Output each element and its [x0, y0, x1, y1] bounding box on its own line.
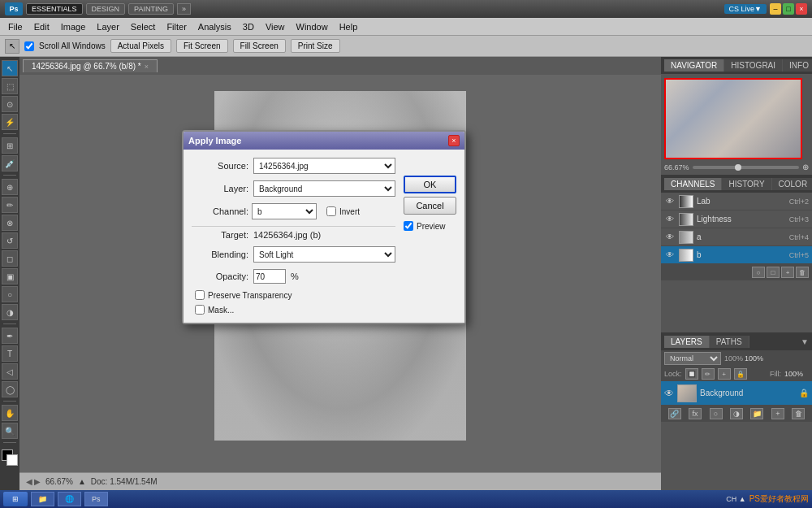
start-btn[interactable]: ⊞ [3, 492, 28, 506]
tab-close[interactable]: × [145, 63, 149, 71]
ch-tab-channels[interactable]: CHANNELS [664, 178, 722, 190]
fill-screen-btn[interactable]: Fill Screen [233, 39, 286, 53]
cs-live-btn[interactable]: CS Live▼ [724, 4, 767, 14]
cancel-btn[interactable]: Cancel [404, 197, 456, 215]
mask-checkbox[interactable] [195, 305, 205, 315]
menu-filter[interactable]: Filter [162, 20, 191, 33]
layer-select[interactable]: Background [253, 180, 395, 197]
scroll-all-checkbox[interactable] [24, 41, 34, 51]
minimize-btn[interactable]: – [770, 3, 781, 15]
ch-tab-history[interactable]: HISTORY [722, 178, 771, 190]
print-size-btn[interactable]: Print Size [291, 39, 340, 53]
tool-type[interactable]: T [2, 345, 18, 362]
preview-checkbox[interactable] [404, 221, 413, 231]
fg-bg-colors[interactable] [2, 449, 18, 466]
opacity-input[interactable]: 70 [253, 269, 286, 284]
layer-btn-link[interactable]: 🔗 [668, 408, 681, 419]
mode-btn-essentials[interactable]: ESSENTIALS [26, 3, 83, 15]
menu-3d[interactable]: 3D [238, 20, 259, 33]
layer-btn-adj[interactable]: ◑ [730, 408, 743, 419]
tool-crop[interactable]: ⊞ [2, 137, 18, 154]
tool-eraser[interactable]: ◻ [2, 250, 18, 267]
tool-history[interactable]: ↺ [2, 232, 18, 249]
tool-pen[interactable]: ✒ [2, 328, 18, 344]
lock-btn-2[interactable]: ✏ [702, 368, 715, 380]
layer-background[interactable]: 👁 Background 🔒 [661, 381, 812, 406]
ch-btn-3[interactable]: + [781, 267, 794, 278]
preserve-checkbox[interactable] [195, 290, 205, 300]
bg-color[interactable] [6, 454, 18, 466]
taskbar-ie[interactable]: 🌐 [58, 492, 81, 506]
channel-lightness[interactable]: 👁 Lightness Ctrl+3 [661, 211, 812, 228]
ch-btn-1[interactable]: ○ [752, 267, 765, 278]
channel-b-visibility[interactable]: 👁 [664, 250, 676, 259]
apply-image-dialog[interactable]: Apply Image × Source: 14256364.jpg Layer… [182, 130, 466, 324]
nav-slider[interactable] [693, 166, 799, 169]
mode-btn-design[interactable]: DESIGN [86, 3, 126, 15]
tool-brush[interactable]: ✏ [2, 197, 18, 213]
layer-btn-mask[interactable]: ○ [710, 408, 723, 419]
lock-btn-4[interactable]: 🔒 [734, 368, 747, 380]
invert-checkbox[interactable] [326, 206, 336, 216]
channel-a[interactable]: 👁 a Ctrl+4 [661, 228, 812, 246]
menu-layer[interactable]: Layer [92, 20, 124, 33]
tab-info[interactable]: INFO [783, 59, 812, 72]
lock-btn-1[interactable]: 🔲 [685, 368, 698, 380]
menu-edit[interactable]: Edit [29, 20, 54, 33]
menu-window[interactable]: Window [292, 20, 333, 33]
layer-btn-folder[interactable]: 📁 [750, 408, 763, 419]
maximize-btn[interactable]: □ [783, 3, 794, 15]
channel-b[interactable]: 👁 b Ctrl+5 [661, 246, 812, 264]
mode-btn-painting[interactable]: PAINTING [128, 3, 174, 15]
ok-btn[interactable]: OK [404, 176, 456, 193]
more-modes-btn[interactable]: » [177, 3, 191, 15]
source-select[interactable]: 14256364.jpg [253, 158, 395, 174]
layer-btn-delete[interactable]: 🗑 [792, 408, 805, 419]
menu-analysis[interactable]: Analysis [193, 20, 236, 33]
document-tab[interactable]: 14256364.jpg @ 66.7% (b/8) * × [23, 59, 158, 72]
lock-btn-3[interactable]: + [718, 368, 731, 380]
tool-zoom[interactable]: 🔍 [2, 423, 18, 439]
nav-slider-thumb[interactable] [735, 164, 741, 171]
close-btn[interactable]: × [796, 3, 807, 15]
channel-select[interactable]: b [252, 203, 317, 219]
ch-tab-color[interactable]: COLOR [772, 178, 812, 190]
arrow-left[interactable]: ◀ [26, 477, 32, 486]
tab-histogram[interactable]: HISTOGRAI [724, 59, 783, 72]
layer-btn-new[interactable]: + [771, 408, 784, 419]
taskbar-explorer[interactable]: 📁 [31, 492, 54, 506]
layer-btn-fx[interactable]: fx [689, 408, 702, 419]
dialog-titlebar[interactable]: Apply Image × [184, 132, 464, 150]
blending-select[interactable]: Soft Light [253, 246, 395, 263]
taskbar-ps[interactable]: Ps [84, 492, 108, 506]
menu-view[interactable]: View [261, 20, 290, 33]
tool-magic-wand[interactable]: ⚡ [2, 114, 18, 130]
menu-file[interactable]: File [3, 20, 28, 33]
menu-select[interactable]: Select [126, 20, 161, 33]
channel-lightness-visibility[interactable]: 👁 [664, 215, 676, 224]
tool-gradient[interactable]: ▣ [2, 268, 18, 284]
tool-lasso[interactable]: ⊙ [2, 96, 18, 112]
tool-stamp[interactable]: ⊗ [2, 215, 18, 231]
ly-tab-layers[interactable]: LAYERS [664, 336, 710, 348]
fit-screen-btn[interactable]: Fit Screen [176, 39, 228, 53]
tool-hand[interactable]: ✋ [2, 405, 18, 421]
channel-lab-visibility[interactable]: 👁 [664, 197, 676, 206]
actual-pixels-btn[interactable]: Actual Pixels [110, 39, 171, 53]
layers-mode-select[interactable]: Normal [664, 352, 721, 365]
tool-path[interactable]: ◁ [2, 363, 18, 380]
tab-navigator[interactable]: NAVIGATOR [664, 59, 724, 72]
arrow-right[interactable]: ▶ [34, 477, 41, 486]
menu-help[interactable]: Help [335, 20, 363, 33]
tool-heal[interactable]: ⊕ [2, 179, 18, 195]
menu-image[interactable]: Image [56, 20, 91, 33]
tool-blur[interactable]: ○ [2, 286, 18, 302]
tool-marquee[interactable]: ⬚ [2, 78, 18, 94]
tool-move[interactable]: ↖ [2, 60, 18, 76]
ch-btn-4[interactable]: 🗑 [796, 267, 809, 278]
layers-collapse[interactable]: ▼ [801, 337, 809, 346]
tool-shape[interactable]: ◯ [2, 381, 18, 397]
ly-tab-paths[interactable]: PATHS [710, 336, 749, 348]
channel-a-visibility[interactable]: 👁 [664, 232, 676, 241]
dialog-close-btn[interactable]: × [448, 135, 460, 146]
